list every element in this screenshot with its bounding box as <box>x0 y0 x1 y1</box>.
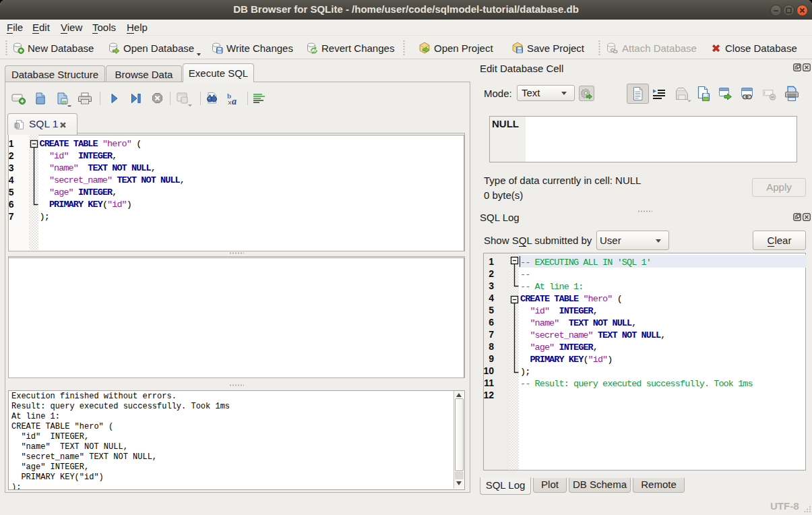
svg-text:a: a <box>232 96 237 107</box>
svg-text:b: b <box>227 92 231 100</box>
